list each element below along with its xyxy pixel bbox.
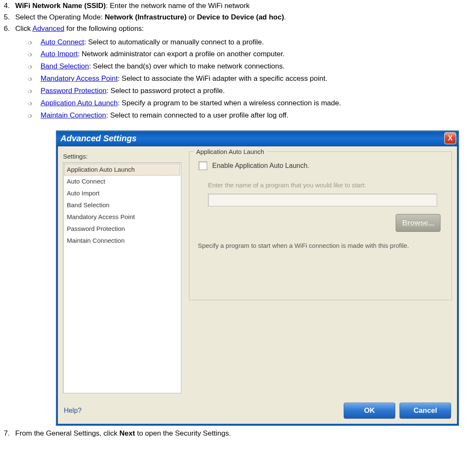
browse-button[interactable]: Browse... [396,214,440,231]
close-button[interactable]: X [444,132,456,144]
step5-mid: or [186,13,197,21]
sub-item: Application Auto Launch: Specify a progr… [28,97,476,110]
step5-post: . [284,13,286,21]
sub-item: Band Selection: Select the band(s) over … [28,60,476,73]
app-auto-launch-link[interactable]: Application Auto Launch [41,99,118,107]
settings-item-password-protection[interactable]: Password Protection [64,223,180,235]
settings-item-auto-connect[interactable]: Auto Connect [64,176,180,187]
sub-desc: : Select the band(s) over which to make … [89,62,285,70]
auto-import-link[interactable]: Auto Import [41,50,78,58]
advanced-settings-dialog: Advanced Settings X Settings: Applicatio… [56,130,459,426]
enable-auto-launch-checkbox[interactable] [199,162,207,170]
sub-item: Mandatory Access Point: Select to associ… [28,73,476,85]
group-description: Specify a program to start when a WiFi c… [198,241,439,250]
sub-item: Password Protection: Select to password … [28,85,476,97]
app-auto-launch-group: Application Auto Launch Enable Applicati… [189,151,452,300]
instruction-step-5: Select the Operating Mode: Network (Infr… [12,11,476,23]
sub-desc: : Select to remain connected to a user p… [106,111,289,119]
advanced-link[interactable]: Advanced [33,25,65,33]
settings-item-mandatory-ap[interactable]: Mandatory Access Point [64,211,180,223]
settings-item-maintain-connection[interactable]: Maintain Connection [64,235,180,247]
program-prompt: Enter the name of a program that you wou… [208,180,444,190]
auto-connect-link[interactable]: Auto Connect [41,38,84,46]
maintain-connection-link[interactable]: Maintain Connection [41,111,106,119]
sub-item: Auto Import: Network administrator can e… [28,48,476,60]
settings-label: Settings: [63,151,181,162]
mandatory-ap-link[interactable]: Mandatory Access Point [41,74,118,82]
step5-b1: Network (Infrastructure) [105,13,187,21]
step7-post: to open the Security Settings. [135,429,231,437]
instruction-step-6: Click Advanced for the following options… [12,23,476,425]
sub-desc: : Select to password protect a profile. [107,87,225,95]
password-protection-link[interactable]: Password Protection [41,87,107,95]
settings-item-app-auto-launch[interactable]: Application Auto Launch [64,164,180,176]
ssid-label: WiFi Network Name (SSID) [15,2,106,10]
dialog-title: Advanced Settings [60,132,137,145]
step5-pre: Select the Operating Mode: [15,13,105,21]
step7-b1: Next [120,429,135,437]
sub-desc: : Select to automatically or manually co… [84,38,264,46]
settings-item-auto-import[interactable]: Auto Import [64,187,180,199]
instruction-step-7: From the General Settings, click Next to… [12,428,476,439]
sub-item: Auto Connect: Select to automatically or… [28,36,476,49]
instruction-step-4: WiFi Network Name (SSID): Enter the netw… [12,0,476,11]
sub-item: Maintain Connection: Select to remain co… [28,110,476,122]
step6-pre: Click [15,25,33,33]
program-path-input[interactable] [208,194,437,206]
sub-desc: : Specify a program to be started when a… [118,99,341,107]
step6-post: for the following options: [64,25,144,33]
help-link[interactable]: Help? [64,405,82,416]
step7-pre: From the General Settings, click [15,429,120,437]
settings-listbox[interactable]: Application Auto Launch Auto Connect Aut… [63,162,181,393]
band-selection-link[interactable]: Band Selection [41,62,89,70]
ssid-desc: : Enter the network name of the WiFi net… [106,2,249,10]
cancel-button[interactable]: Cancel [399,403,451,419]
settings-item-band-selection[interactable]: Band Selection [64,199,180,211]
dialog-titlebar: Advanced Settings X [56,131,459,146]
group-legend: Application Auto Launch [194,147,267,157]
sub-desc: : Network administrator can export a pro… [78,50,285,58]
ok-button[interactable]: OK [344,403,395,419]
step5-b2: Device to Device (ad hoc) [197,13,284,21]
sub-desc: : Select to associate the WiFi adapter w… [118,74,327,82]
checkbox-label: Enable Application Auto Launch. [212,160,309,171]
